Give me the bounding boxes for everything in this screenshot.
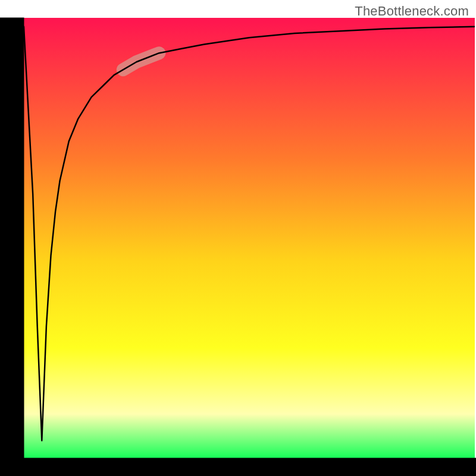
- plot-background: [24, 18, 475, 458]
- bottleneck-chart: [0, 0, 476, 476]
- svg-rect-1: [0, 18, 24, 465]
- chart-stage: TheBottleneck.com: [0, 0, 476, 476]
- svg-rect-2: [0, 458, 476, 476]
- attribution-watermark: TheBottleneck.com: [355, 4, 469, 19]
